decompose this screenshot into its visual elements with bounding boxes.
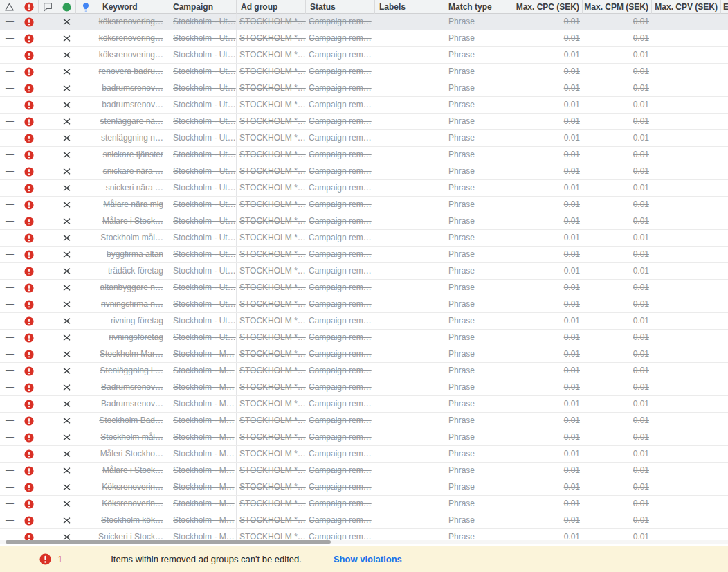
table-row[interactable]: — Badrumsrenov… Stockholm - M… STOCKHOLM… <box>0 379 728 396</box>
table-row[interactable]: — snickare tjänster Stockholm - Ut… STOC… <box>0 147 728 163</box>
table-row[interactable]: — rivningsfirma n… Stockholm - Ut… STOCK… <box>0 296 728 313</box>
table-row[interactable]: — stenläggning n… Stockholm - Ut… STOCKH… <box>0 130 728 147</box>
horizontal-scrollbar[interactable] <box>0 540 728 544</box>
truncated-cell <box>721 80 728 96</box>
table-row[interactable]: — byggfirma altan Stockholm - Ut… STOCKH… <box>0 247 728 263</box>
column-header-labels[interactable]: Labels <box>375 0 444 14</box>
comment-cell <box>39 512 57 528</box>
status-cell: Campaign rem… <box>306 280 375 296</box>
table-row[interactable]: — Köksrenoverin… Stockholm - M… STOCKHOL… <box>0 496 728 512</box>
status-cell: Campaign rem… <box>306 130 375 146</box>
keyword-cell: stenläggare nä… <box>95 114 167 129</box>
status-cell: Campaign rem… <box>306 330 375 346</box>
keyword-icon <box>62 84 71 93</box>
table-row[interactable]: — rivningsföretag Stockholm - Ut… STOCKH… <box>0 330 728 346</box>
max-cpv-cell <box>652 163 721 179</box>
table-row[interactable]: — köksrenovering… Stockholm - Ut… STOCKH… <box>0 47 728 64</box>
column-header-keyword[interactable]: Keyword <box>95 0 167 14</box>
show-violations-link[interactable]: Show violations <box>334 554 402 564</box>
labels-cell <box>375 429 444 445</box>
max-cpv-cell <box>652 114 721 129</box>
table-row[interactable]: — Snickeri i Stock… Stockholm - M… STOCK… <box>0 529 728 540</box>
max-cpm-cell: 0.01 <box>583 14 652 30</box>
labels-cell <box>375 213 444 229</box>
max-cpm-cell: 0.01 <box>583 280 652 296</box>
table-row[interactable]: — altanbyggare n… Stockholm - Ut… STOCKH… <box>0 280 728 296</box>
campaign-cell: Stockholm - M… <box>167 463 237 479</box>
max-cpv-cell <box>652 97 721 113</box>
ad-group-cell: STOCKHOLM *… <box>237 213 306 229</box>
table-row[interactable]: — köksrenovering… Stockholm - Ut… STOCKH… <box>0 30 728 47</box>
match-type-cell: Phrase <box>444 479 513 495</box>
entity-type-cell <box>57 97 76 113</box>
comment-cell <box>39 130 57 146</box>
unposted-dash: — <box>0 114 19 129</box>
status-cell: Campaign rem… <box>306 463 375 479</box>
column-header-status-dot[interactable] <box>57 0 76 14</box>
labels-cell <box>375 247 444 262</box>
keyword-cell: renovera badru… <box>95 64 167 80</box>
scrollbar-thumb[interactable] <box>6 540 331 544</box>
table-row[interactable]: — Måleri Stockho… Stockholm - M… STOCKHO… <box>0 446 728 463</box>
table-row[interactable]: — rivning företag Stockholm - Ut… STOCKH… <box>0 313 728 330</box>
max-cpv-cell <box>652 180 721 196</box>
column-header-truncated[interactable]: E <box>721 0 728 14</box>
column-header-campaign[interactable]: Campaign <box>167 0 237 14</box>
column-header-max-cpm[interactable]: Max. CPM (SEK) <box>583 0 652 14</box>
table-row[interactable]: — Målare nära mig Stockholm - Ut… STOCKH… <box>0 197 728 213</box>
labels-cell <box>375 280 444 296</box>
table-row[interactable]: — badrumsrenov… Stockholm - Ut… STOCKHOL… <box>0 97 728 114</box>
error-icon <box>24 483 34 492</box>
table-row[interactable]: — Stockholm mål… Stockholm - M… STOCKHOL… <box>0 429 728 446</box>
table-row[interactable]: — renovera badru… Stockholm - Ut… STOCKH… <box>0 64 728 80</box>
column-header-suggestions[interactable] <box>76 0 95 14</box>
keyword-icon <box>62 300 71 309</box>
max-cpm-cell: 0.01 <box>583 130 652 146</box>
column-header-change-status[interactable] <box>0 0 19 14</box>
column-header-errors[interactable] <box>19 0 39 14</box>
table-row[interactable]: — köksrenovering… Stockholm - Ut… STOCKH… <box>0 14 728 30</box>
keyword-icon <box>62 383 71 392</box>
campaign-cell: Stockholm - Ut… <box>167 64 237 80</box>
table-row[interactable]: — Stenläggning i … Stockholm - M… STOCKH… <box>0 363 728 379</box>
status-cell: Campaign rem… <box>306 114 375 129</box>
table-row[interactable]: — snickare nära … Stockholm - Ut… STOCKH… <box>0 163 728 180</box>
column-header-comments[interactable] <box>39 0 57 14</box>
table-row[interactable]: — Badrumsrenov… Stockholm - M… STOCKHOLM… <box>0 396 728 413</box>
match-type-cell: Phrase <box>444 64 513 80</box>
max-cpc-cell: 0.01 <box>513 197 583 213</box>
table-row[interactable]: — stenläggare nä… Stockholm - Ut… STOCKH… <box>0 114 728 130</box>
keyword-cell: Målare i Stock… <box>95 463 167 479</box>
table-row[interactable]: — Stockholm Bad… Stockholm - M… STOCKHOL… <box>0 413 728 429</box>
comment-cell <box>39 47 57 63</box>
ad-group-cell: STOCKHOLM *… <box>237 429 306 445</box>
column-header-match-type[interactable]: Match type <box>444 0 513 14</box>
table-row[interactable]: — trädäck företag Stockholm - Ut… STOCKH… <box>0 263 728 280</box>
table-row[interactable]: — snickeri nära … Stockholm - Ut… STOCKH… <box>0 180 728 197</box>
error-cell <box>19 213 39 229</box>
table-row[interactable]: — Målare i Stock… Stockholm - M… STOCKHO… <box>0 463 728 479</box>
table-row[interactable]: — badrumsrenov… Stockholm - Ut… STOCKHOL… <box>0 80 728 97</box>
column-header-ad-group[interactable]: Ad group <box>237 0 306 14</box>
table-row[interactable]: — Köksrenoverin… Stockholm - M… STOCKHOL… <box>0 479 728 496</box>
error-cell <box>19 413 39 429</box>
suggestion-cell <box>76 379 95 395</box>
column-header-max-cpv[interactable]: Max. CPV (SEK) <box>652 0 721 14</box>
campaign-cell: Stockholm - Ut… <box>167 114 237 129</box>
table-row[interactable]: — Stockholm Mar… Stockholm - M… STOCKHOL… <box>0 346 728 363</box>
max-cpc-cell: 0.01 <box>513 230 583 246</box>
comment-cell <box>39 396 57 412</box>
table-row[interactable]: — Målare i Stock… Stockholm - Ut… STOCKH… <box>0 213 728 230</box>
column-header-max-cpc[interactable]: Max. CPC (SEK) <box>513 0 583 14</box>
keyword-cell: byggfirma altan <box>95 247 167 262</box>
column-header-status[interactable]: Status <box>306 0 375 14</box>
unposted-dash: — <box>0 130 19 146</box>
match-type-cell: Phrase <box>444 163 513 179</box>
table-row[interactable]: — Stockholm kök… Stockholm - M… STOCKHOL… <box>0 512 728 529</box>
table-row[interactable]: — Stockholm mål… Stockholm - Ut… STOCKHO… <box>0 230 728 247</box>
error-icon <box>24 34 34 44</box>
keyword-cell: Köksrenoverin… <box>95 479 167 495</box>
truncated-cell <box>721 413 728 429</box>
max-cpv-cell <box>652 446 721 462</box>
keyword-icon <box>62 400 71 409</box>
